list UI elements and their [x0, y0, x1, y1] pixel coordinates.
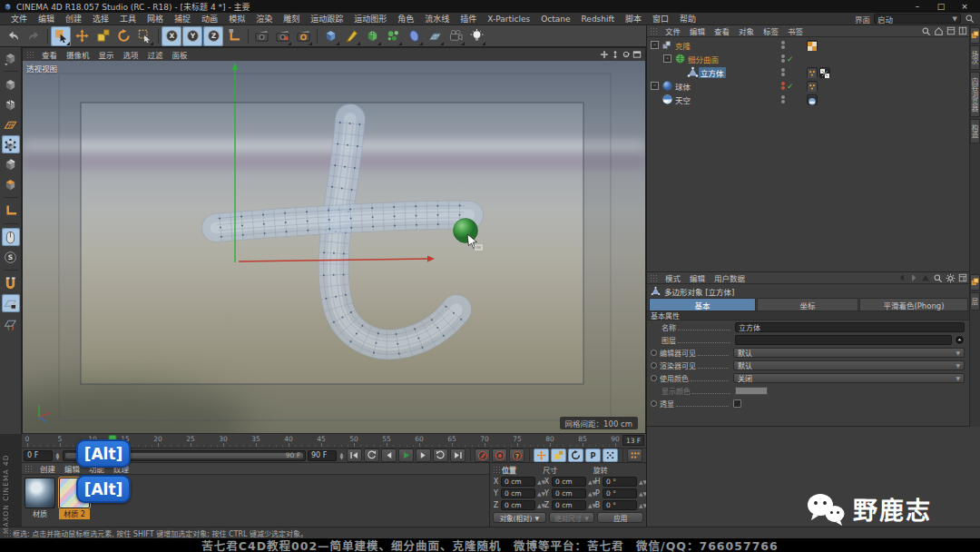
model-mode-button[interactable] — [2, 75, 20, 94]
viewport-menu-4[interactable]: 过滤 — [143, 48, 168, 61]
apply-button[interactable]: 应用 — [597, 512, 643, 523]
maximize-button[interactable]: □ — [929, 1, 953, 13]
menu-item-4[interactable]: 工具 — [114, 13, 142, 25]
sds-generator-button[interactable] — [362, 26, 382, 46]
visibility-toggle[interactable] — [781, 95, 785, 104]
stepper[interactable]: ▲▼ — [588, 503, 593, 508]
attribute-section-header[interactable]: 基本属性 — [647, 310, 970, 320]
menu-item-0[interactable]: 文件 — [5, 13, 33, 25]
record-help-button[interactable]: ? — [509, 448, 524, 462]
visibility-toggle[interactable] — [781, 82, 785, 90]
undo-button[interactable] — [3, 26, 23, 46]
rotation-value-field[interactable]: 0 ° — [603, 477, 637, 487]
menu-item-7[interactable]: 动画 — [196, 13, 223, 25]
menu-item-1[interactable]: 编辑 — [33, 13, 60, 25]
size-value-field[interactable]: 0 cm — [552, 500, 586, 510]
scale-button[interactable] — [93, 26, 113, 46]
expand-toggle[interactable]: - — [651, 41, 659, 49]
workplane-lock-button[interactable] — [2, 294, 20, 312]
material-thumbnail[interactable] — [24, 478, 55, 508]
environment-button[interactable] — [425, 26, 445, 46]
attribute-menu-1[interactable]: 编辑 — [685, 272, 710, 284]
viewport-solo-button[interactable] — [2, 228, 20, 246]
phong-tag[interactable] — [807, 67, 818, 78]
minimize-button[interactable]: – — [906, 1, 929, 13]
menu-item-3[interactable]: 选择 — [87, 13, 114, 25]
dropdown-2[interactable]: 默认▼ — [733, 348, 965, 358]
visibility-toggle[interactable] — [781, 68, 785, 76]
om-tab-2[interactable]: 内容浏览器 — [970, 72, 980, 117]
viewport-menu-5[interactable]: 面板 — [168, 48, 192, 61]
green-sphere-object[interactable] — [454, 219, 478, 243]
menu-item-10[interactable]: 雕刻 — [278, 13, 305, 25]
keyframe-selection-button[interactable] — [627, 448, 642, 462]
name-input[interactable]: 立方体 — [735, 322, 965, 332]
menu-item-15[interactable]: 插件 — [455, 13, 482, 25]
home-button[interactable] — [934, 26, 944, 36]
goto-end-button[interactable] — [450, 448, 466, 462]
layer-browser-button[interactable] — [955, 335, 965, 345]
animation-dot[interactable] — [651, 350, 657, 356]
deformer-button[interactable] — [404, 26, 424, 46]
object-menu-2[interactable]: 查看 — [710, 25, 734, 37]
stepper[interactable]: ▲▼ — [537, 479, 542, 484]
viewport-menu-0[interactable]: 查看 — [37, 48, 62, 61]
object-label[interactable]: 克隆 — [673, 40, 692, 51]
material-menu-0[interactable]: 创建 — [35, 463, 60, 475]
render-settings-button[interactable] — [293, 26, 313, 46]
menu-item-14[interactable]: 流水线 — [419, 13, 455, 25]
key-rotation-button[interactable] — [568, 448, 583, 462]
axis-mode-button[interactable] — [2, 202, 20, 220]
position-value-field[interactable]: 0 cm — [501, 500, 535, 510]
size-value-field[interactable]: 0 cm — [552, 488, 586, 498]
animation-dot[interactable] — [651, 362, 657, 369]
next-frame-button[interactable] — [416, 448, 431, 462]
filter-button[interactable] — [921, 273, 930, 282]
search-icon[interactable] — [965, 14, 975, 24]
redo-button[interactable] — [24, 26, 44, 46]
am-tab-1[interactable]: 层 — [970, 292, 980, 310]
orbit-view[interactable] — [622, 50, 631, 59]
object-menu-5[interactable]: 书签 — [783, 25, 808, 37]
menu-item-16[interactable]: X-Particles — [482, 13, 535, 25]
menu-item-9[interactable]: 渲染 — [250, 13, 278, 25]
pan-view[interactable] — [600, 50, 609, 59]
object-label[interactable]: 细分曲面 — [686, 54, 720, 64]
convert-editable-button[interactable] — [2, 49, 20, 67]
edges-mode-button[interactable] — [2, 155, 20, 173]
close-button[interactable]: × — [953, 1, 976, 13]
texture-mode-button[interactable] — [2, 95, 20, 113]
object-row-polygon[interactable]: 立方体 — [647, 65, 970, 79]
material-item-0[interactable]: 材质 — [24, 478, 55, 519]
move-button[interactable] — [72, 26, 92, 46]
menu-item-5[interactable]: 网格 — [142, 13, 169, 25]
light-button[interactable] — [466, 26, 486, 46]
selection-x-tag[interactable] — [819, 67, 830, 78]
menu-item-6[interactable]: 捕捉 — [169, 13, 196, 25]
render-picture-button[interactable] — [272, 26, 292, 46]
maximize-view[interactable] — [632, 50, 642, 59]
attribute-tab-0[interactable]: 基本 — [649, 298, 756, 310]
phong-tag[interactable] — [807, 81, 818, 92]
size-mode-dropdown[interactable]: 绝对尺寸▼ — [549, 512, 595, 523]
current-frame-field[interactable]: 13 F — [622, 435, 644, 446]
object-row-sky[interactable]: 天空 — [647, 93, 970, 106]
pen-spline-button[interactable] — [341, 26, 361, 46]
expand-toggle[interactable]: - — [651, 82, 659, 90]
menu-item-2[interactable]: 创建 — [60, 13, 87, 25]
menu-item-12[interactable]: 运动图形 — [348, 13, 392, 25]
object-row-sds[interactable]: -细分曲面✓ — [647, 52, 970, 65]
layout-preset-select[interactable]: 启动 ▼ — [874, 14, 961, 24]
viewport-menu-1[interactable]: 摄像机 — [62, 48, 94, 61]
prev-frame-button[interactable] — [381, 448, 397, 462]
size-value-field[interactable]: 0 cm — [552, 477, 586, 487]
end-frame-field[interactable]: 90 F — [308, 450, 337, 461]
menu-item-8[interactable]: 模拟 — [223, 13, 250, 25]
menu-item-11[interactable]: 运动跟踪 — [305, 13, 348, 25]
axis-y-button[interactable]: Y — [182, 26, 202, 46]
play-loop-button[interactable] — [433, 448, 448, 462]
snap-enable-button[interactable]: S — [2, 248, 20, 266]
forward-button[interactable] — [909, 273, 918, 282]
animation-dot[interactable] — [651, 375, 657, 381]
stepper[interactable]: ▲▼ — [588, 491, 593, 496]
